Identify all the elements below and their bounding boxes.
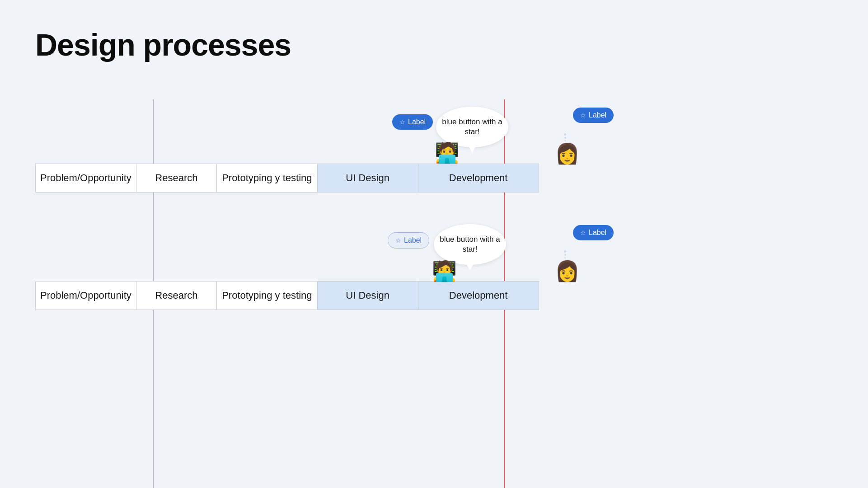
bottom-label-text-outline: Label <box>404 236 422 244</box>
process-table-bottom: Problem/Opportunity Research Prototyping… <box>35 281 539 310</box>
star-icon-top-right: ☆ <box>580 112 586 119</box>
col-development-top: Development <box>418 164 539 192</box>
top-bubble-text: blue button with a star! <box>436 117 508 137</box>
thought-dots-top <box>564 133 566 141</box>
col-prototyping-top: Prototyping y testing <box>216 164 317 192</box>
bottom-emoji-right: 👩 <box>555 261 580 281</box>
bottom-speech-bubble: blue button with a star! <box>434 224 506 265</box>
col-problem-bottom: Problem/Opportunity <box>36 282 136 310</box>
col-prototyping-bottom: Prototyping y testing <box>216 282 317 310</box>
star-icon-bottom-solid: ☆ <box>580 229 586 236</box>
bottom-emoji-left: 🧑‍💻 <box>432 261 457 281</box>
star-icon-top-solid: ☆ <box>399 118 405 126</box>
col-research-bottom: Research <box>136 282 216 310</box>
bottom-label-button-solid[interactable]: ☆ Label <box>573 225 614 240</box>
col-development-bottom: Development <box>418 282 539 310</box>
col-research-top: Research <box>136 164 216 192</box>
bottom-label-button-outline[interactable]: ☆ Label <box>388 232 429 249</box>
process-table-top: Problem/Opportunity Research Prototyping… <box>35 164 539 192</box>
bottom-bubble-text: blue button with a star! <box>434 235 506 254</box>
top-emoji-right: 👩 <box>555 144 580 164</box>
top-label-text-solid: Label <box>408 118 426 126</box>
thought-dots-bottom <box>564 250 566 258</box>
top-emoji-left: 🧑‍💻 <box>435 143 460 163</box>
top-label-button-right[interactable]: ☆ Label <box>573 108 614 123</box>
top-label-text-right: Label <box>589 111 606 119</box>
star-icon-bottom-outline: ☆ <box>395 237 401 244</box>
col-uidesign-top: UI Design <box>317 164 418 192</box>
top-label-button-solid[interactable]: ☆ Label <box>392 114 433 130</box>
bottom-label-text-solid: Label <box>589 229 606 237</box>
col-problem-top: Problem/Opportunity <box>36 164 136 192</box>
page-title: Design processes <box>35 27 291 62</box>
col-uidesign-bottom: UI Design <box>317 282 418 310</box>
